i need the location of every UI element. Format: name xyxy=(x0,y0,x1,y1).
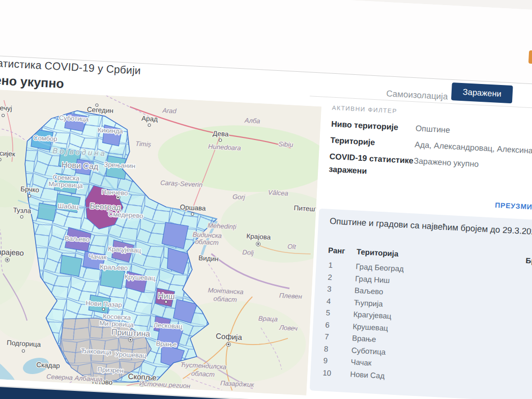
rank-cell: 2 xyxy=(328,272,332,281)
rank-cell: 4 xyxy=(327,296,331,305)
territory-cell: Крагујевац xyxy=(353,309,392,320)
map-label: Сарајево xyxy=(0,247,24,257)
rank-cell: 10 xyxy=(322,368,332,377)
ranking-title: Општине и градови са највећим бројем до … xyxy=(330,216,532,238)
map-label: Arad xyxy=(162,106,177,115)
map-label: Sibiu xyxy=(278,140,293,148)
map-label: Чачак xyxy=(88,252,107,261)
map-label: Урошевац xyxy=(115,350,146,359)
map-label: област xyxy=(213,295,237,303)
territory-cell: Крушевац xyxy=(352,322,388,332)
map-label: Питешти xyxy=(293,204,321,213)
territory-cell: Ваљево xyxy=(354,286,383,296)
active-filter-heading: АКТИВНИ ФИЛТЕР xyxy=(332,104,397,115)
territory-cell: Суботица xyxy=(351,346,386,356)
map-label: Timiș xyxy=(135,140,152,149)
territory-cell: Врање xyxy=(352,333,376,343)
map-label: Gorj xyxy=(232,193,246,201)
rank-cell: 5 xyxy=(326,308,330,317)
map-label: Крајова xyxy=(246,232,271,241)
rank-cell: 9 xyxy=(323,356,328,365)
map-label: Зрењанин xyxy=(104,160,135,169)
col-header-rank: Ранг xyxy=(328,246,345,255)
map-panel[interactable]: Печуј Сегедин Арад Дева Оршава Крајова В… xyxy=(0,88,321,395)
top-strip xyxy=(0,0,532,89)
map-label: Крушевац xyxy=(124,273,156,282)
rank-cell: 8 xyxy=(324,344,329,353)
map-label: Dolj xyxy=(242,248,254,256)
map-canvas[interactable]: Печуј Сегедин Арад Дева Оршава Крајова В… xyxy=(0,88,321,395)
map-label: Видин xyxy=(198,254,219,263)
map-label: Скадар xyxy=(36,361,60,369)
map-label: област xyxy=(195,238,219,246)
territory-cell: Град Београд xyxy=(356,262,404,273)
map-label: Плевен xyxy=(279,292,303,300)
territory-cell: Град Ниш xyxy=(355,274,390,284)
map-label: Врање xyxy=(156,339,177,348)
map-label: Суботица xyxy=(59,114,90,123)
map-label: Осијек xyxy=(0,149,15,158)
map-label: Ђаковица xyxy=(81,347,112,356)
map-label: Vâlcea xyxy=(268,188,288,197)
map-label: Кикинда xyxy=(98,126,124,135)
rank-cell: 3 xyxy=(327,284,332,293)
filter-label: COVID-19 статистике заражени xyxy=(329,150,414,180)
map-label: Софија xyxy=(216,331,243,341)
app-page: Статистика COVID-19 у Србији Заражено ук… xyxy=(0,0,532,399)
map-label: Тузла xyxy=(13,206,32,215)
map-label: Враца xyxy=(258,315,278,323)
map-label: Печуј xyxy=(0,104,12,112)
rank-cell: 1 xyxy=(328,261,333,269)
territory-cell: Ћуприја xyxy=(353,298,383,308)
map-label: Ниш xyxy=(158,291,175,301)
rank-cell: 7 xyxy=(324,332,329,341)
filter-label: Ниво територије xyxy=(331,118,416,135)
filter-value: Заражено укупно xyxy=(413,154,532,188)
map-label: Арад xyxy=(141,115,158,123)
active-filter-list: Ниво територије Општине Територије Ада, … xyxy=(329,118,532,187)
download-link[interactable]: ПРЕУЗМИ ПОДАТКЕ xyxy=(495,201,532,213)
map-label: Брчко xyxy=(20,185,39,194)
map-label: Сегедин xyxy=(87,105,114,115)
ranking-panel: Општине и градови са највећим бројем до … xyxy=(310,209,532,399)
screenshot-root: { "page": { "title": "Статистика COVID-1… xyxy=(0,0,532,399)
map-label: Алба xyxy=(244,117,260,125)
map-label: Olt xyxy=(287,242,297,250)
map-label: Дева xyxy=(213,130,229,138)
territory-cell: Чачак xyxy=(350,357,372,367)
page-heading: Заражено укупно xyxy=(0,71,64,91)
territory-cell: Нови Сад xyxy=(350,369,385,380)
map-label: Краљево xyxy=(100,263,128,272)
map-label: Сомбор xyxy=(33,134,57,142)
map-label: Лесковац xyxy=(153,321,183,330)
map-label: Ваљево xyxy=(65,235,90,244)
map-label: област xyxy=(191,369,215,378)
map-label: Шабац xyxy=(57,202,79,211)
col-header-count: Број xyxy=(525,256,532,266)
col-header-territory: Територија xyxy=(357,247,399,258)
filter-label: Територије xyxy=(330,134,415,151)
map-label: Панчево xyxy=(101,188,128,197)
edge-orange-button[interactable] xyxy=(528,50,532,65)
map-label: Призрен xyxy=(97,365,124,375)
map-label: Ловеч xyxy=(279,324,298,332)
rank-cell: 6 xyxy=(325,320,330,329)
tab-infected[interactable]: Заражени xyxy=(451,82,513,103)
map-label: Оршава xyxy=(180,203,206,212)
map-label: Mehedinți xyxy=(208,221,237,231)
